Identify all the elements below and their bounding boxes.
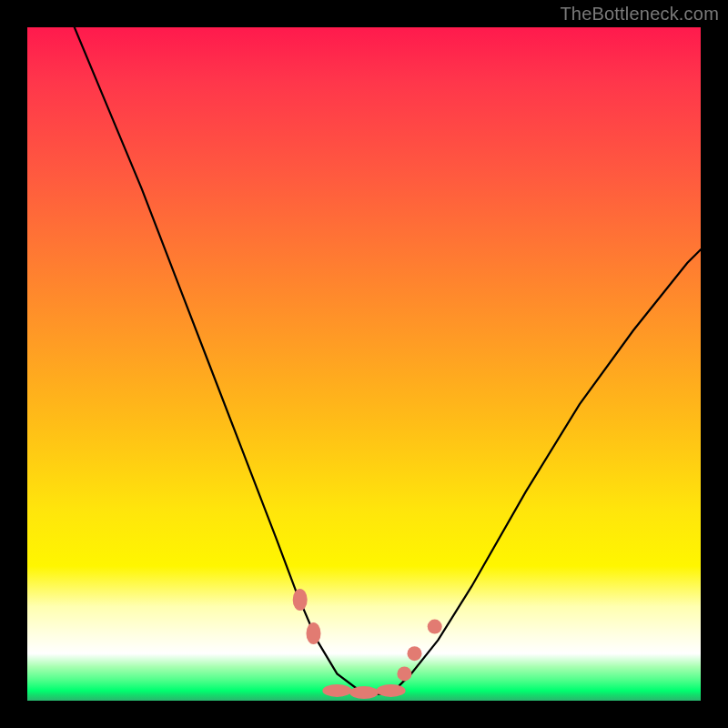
watermark-text: TheBottleneck.com [560, 4, 719, 25]
valley-marker [307, 622, 321, 644]
valley-marker [293, 589, 308, 611]
valley-marker [428, 620, 442, 634]
valley-marker [397, 666, 411, 681]
chart-frame: TheBottleneck.com [0, 0, 728, 728]
valley-marker [349, 686, 379, 699]
valley-marker [408, 646, 422, 661]
bottleneck-curve [75, 27, 701, 694]
valley-marker [377, 684, 406, 697]
valley-markers [293, 589, 442, 699]
plot-area [27, 27, 701, 701]
curve-layer [27, 27, 701, 701]
valley-marker [322, 684, 351, 697]
